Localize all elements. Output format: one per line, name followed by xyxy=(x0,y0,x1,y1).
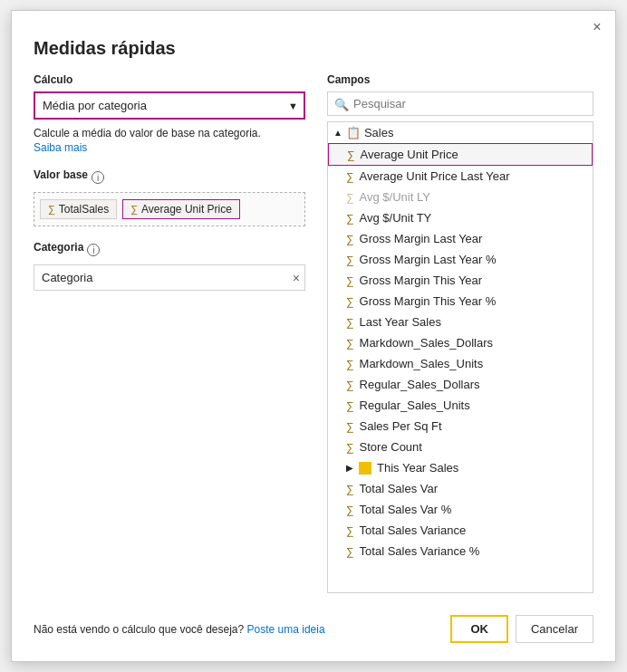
tree-item[interactable]: ∑Markdown_Sales_Units xyxy=(328,353,593,374)
field-sigma-icon: ∑ xyxy=(346,191,354,204)
field-sigma-icon: ∑ xyxy=(346,212,354,225)
field-sigma-icon: ∑ xyxy=(346,420,354,433)
categoria-label-row: Categoria i xyxy=(34,241,305,259)
tree-item-label: Avg $/Unit LY xyxy=(360,190,430,204)
collapse-icon: ▲ xyxy=(333,128,342,138)
tree-item[interactable]: ∑Average Unit Price xyxy=(328,143,593,166)
hint-text: Calcule a média do valor de base na cate… xyxy=(34,127,305,139)
field-sigma-icon: ∑ xyxy=(346,316,354,329)
poste-ideia-link[interactable]: Poste uma ideia xyxy=(247,623,325,636)
tree-item-label: Gross Margin Last Year % xyxy=(360,253,497,266)
totalsales-label: TotalSales xyxy=(59,203,109,216)
medidas-rapidas-dialog: × Medidas rápidas Cálculo Média por cate… xyxy=(11,10,616,662)
average-unit-price-tag: ∑ Average Unit Price xyxy=(122,199,240,219)
expand-icon: ▶ xyxy=(346,463,353,473)
tree-item-label: Total Sales Var % xyxy=(360,503,452,516)
field-sigma-icon: ∑ xyxy=(346,233,354,245)
info-icon: i xyxy=(92,171,104,184)
field-sigma-icon: ∑ xyxy=(346,379,354,391)
tree-item-label: Store Count xyxy=(360,440,422,454)
tree-item-label: Average Unit Price xyxy=(361,148,458,161)
categoria-input[interactable] xyxy=(34,264,305,291)
search-icon: 🔍 xyxy=(334,97,349,110)
tree-item-label: Regular_Sales_Units xyxy=(360,398,470,412)
sigma-icon2: ∑ xyxy=(130,204,138,215)
field-sigma-icon: ∑ xyxy=(346,441,354,454)
tree-item[interactable]: ▶This Year Sales xyxy=(328,457,593,478)
sigma-icon: ∑ xyxy=(48,204,55,215)
footer-buttons: OK Cancelar xyxy=(450,615,593,643)
tree-item[interactable]: ∑Regular_Sales_Units xyxy=(328,395,593,416)
tree-item[interactable]: ∑Store Count xyxy=(328,437,593,457)
tree-item-label: This Year Sales xyxy=(377,461,458,475)
tree-item-label: Total Sales Variance xyxy=(360,523,467,537)
valor-base-label-row: Valor base i xyxy=(34,168,305,187)
field-sigma-icon: ∑ xyxy=(346,504,354,516)
tree-item[interactable]: ∑Gross Margin This Year xyxy=(328,270,593,291)
field-sigma-icon: ∑ xyxy=(346,399,354,412)
calculo-dropdown-wrapper: Média por categoria ▼ xyxy=(34,91,305,120)
footer-hint: Não está vendo o cálculo que você deseja… xyxy=(34,623,325,636)
tree-item[interactable]: ∑Average Unit Price Last Year xyxy=(328,166,593,187)
fields-tree: ▲ 📋 Sales ∑Average Unit Price∑Average Un… xyxy=(327,121,593,593)
categoria-clear-button[interactable]: × xyxy=(293,271,300,285)
yellow-box-icon xyxy=(359,462,371,475)
calculo-dropdown[interactable]: Média por categoria xyxy=(34,91,305,120)
field-sigma-icon: ∑ xyxy=(346,524,354,537)
tree-item-label: Average Unit Price Last Year xyxy=(360,169,510,183)
tree-item[interactable]: ∑Gross Margin Last Year % xyxy=(328,249,593,270)
field-sigma-icon: ∑ xyxy=(346,337,354,350)
close-button[interactable]: × xyxy=(586,16,608,38)
tree-item-label: Markdown_Sales_Dollars xyxy=(360,336,493,350)
dialog-title: Medidas rápidas xyxy=(12,38,615,73)
calculo-label: Cálculo xyxy=(34,73,305,86)
ok-button[interactable]: OK xyxy=(450,615,508,643)
left-panel: Cálculo Média por categoria ▼ Calcule a … xyxy=(34,73,305,593)
field-sigma-icon: ∑ xyxy=(346,254,354,266)
categoria-info-icon: i xyxy=(87,244,100,256)
footer-hint-text: Não está vendo o cálculo que você deseja… xyxy=(34,623,244,636)
tree-item[interactable]: ∑Regular_Sales_Dollars xyxy=(328,374,593,395)
valor-base-dropzone[interactable]: ∑ TotalSales ∑ Average Unit Price xyxy=(34,192,305,226)
tree-item-label: Total Sales Var xyxy=(360,482,438,495)
field-sigma-icon: ∑ xyxy=(346,483,354,495)
tree-item[interactable]: ∑Total Sales Var % xyxy=(328,499,593,520)
titlebar: × xyxy=(12,11,615,38)
tree-items-container: ∑Average Unit Price∑Average Unit Price L… xyxy=(328,143,593,562)
field-sigma-icon: ∑ xyxy=(346,545,354,558)
field-sigma-icon: ∑ xyxy=(346,358,354,370)
tree-item[interactable]: ∑Gross Margin Last Year xyxy=(328,228,593,249)
tree-item-label: Sales Per Sq Ft xyxy=(360,419,442,433)
field-sigma-icon: ∑ xyxy=(346,295,354,308)
totalsales-tag: ∑ TotalSales xyxy=(40,199,117,219)
average-unit-price-label: Average Unit Price xyxy=(141,203,232,216)
field-sigma-icon: ∑ xyxy=(347,149,355,161)
search-input[interactable] xyxy=(327,91,593,116)
valor-base-section: Valor base i ∑ TotalSales ∑ Average Unit… xyxy=(34,168,305,226)
tree-item[interactable]: ∑Sales Per Sq Ft xyxy=(328,416,593,437)
tree-item[interactable]: ∑Total Sales Variance xyxy=(328,520,593,541)
tree-item[interactable]: ∑Avg $/Unit LY xyxy=(328,187,593,207)
cancel-button[interactable]: Cancelar xyxy=(516,615,593,643)
field-sigma-icon: ∑ xyxy=(346,170,354,183)
tree-item[interactable]: ∑Total Sales Var xyxy=(328,478,593,499)
dialog-footer: Não está vendo o cálculo que você deseja… xyxy=(12,600,615,661)
tree-item-label: Markdown_Sales_Units xyxy=(360,357,484,370)
tree-item[interactable]: ∑Total Sales Variance % xyxy=(328,541,593,562)
tree-item-label: Gross Margin Last Year xyxy=(360,232,483,245)
valor-base-label: Valor base xyxy=(34,168,88,181)
tree-item-label: Gross Margin This Year xyxy=(360,274,483,287)
sales-group-label: Sales xyxy=(364,126,394,139)
field-sigma-icon: ∑ xyxy=(346,274,354,287)
tree-item-label: Regular_Sales_Dollars xyxy=(360,378,480,391)
saiba-mais-link[interactable]: Saiba mais xyxy=(34,141,305,154)
campos-label: Campos xyxy=(327,73,593,86)
sales-group-header: ▲ 📋 Sales xyxy=(328,122,593,143)
tree-item[interactable]: ∑Last Year Sales xyxy=(328,312,593,332)
tree-item[interactable]: ∑Markdown_Sales_Dollars xyxy=(328,332,593,353)
categoria-input-wrapper: × xyxy=(34,264,305,291)
tree-item[interactable]: ∑Gross Margin This Year % xyxy=(328,291,593,312)
tree-item[interactable]: ∑Avg $/Unit TY xyxy=(328,207,593,228)
categoria-section: Categoria i × xyxy=(34,241,305,291)
tree-item-label: Avg $/Unit TY xyxy=(360,211,432,225)
